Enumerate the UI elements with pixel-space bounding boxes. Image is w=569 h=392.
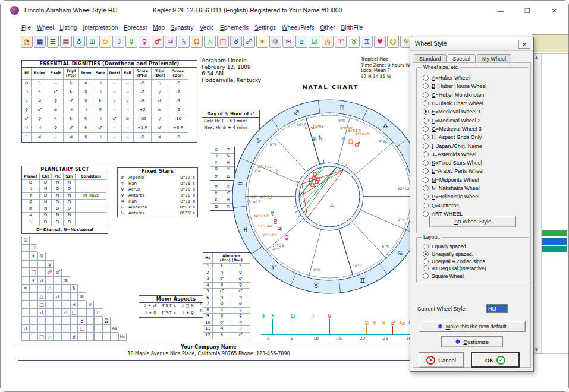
column-header: Plc (52, 173, 64, 180)
menu-item[interactable]: Ephemeris (217, 24, 252, 31)
wheel-style-option[interactable]: I=Japan./Chin. Name (423, 141, 529, 150)
dialog-close-icon[interactable]: ✕ (518, 40, 530, 49)
ok-button[interactable]: OK ✓ (471, 352, 520, 368)
wheel-style-option[interactable]: J=Asteroids Wheel (423, 150, 529, 159)
conjunction-glyph: ☌ (37, 276, 46, 284)
aspect-grid-planet: ☽ (30, 244, 38, 252)
minimize-button[interactable]: — (488, 1, 514, 21)
art-wheel-style-button[interactable]: Art Wheel Style (429, 216, 516, 227)
dialog-titlebar[interactable]: Wheel Style (410, 37, 533, 51)
menu-item[interactable]: Synastry (168, 24, 197, 31)
ok-icon: ✓ (496, 356, 505, 365)
dialog-tab[interactable]: Standard (414, 54, 447, 63)
globe-icon[interactable]: ♁ (73, 36, 85, 48)
conjunction-icon[interactable]: ☌ (230, 36, 242, 48)
wheel-style-option[interactable]: A=Huber Wheel (423, 74, 529, 82)
menu-item[interactable]: File (18, 24, 34, 31)
node-icon[interactable]: Ω (191, 36, 203, 48)
smiley-icon[interactable]: ☺ (387, 36, 399, 48)
moon-icon[interactable]: ☽ (112, 36, 124, 48)
wheel-style-option[interactable]: F=Medieval Wheel 2 (423, 116, 529, 124)
menu-item[interactable]: Vedic (197, 24, 217, 31)
map-icon[interactable]: ⊞ (86, 36, 98, 48)
menu-item[interactable]: Wheel/Prefs (279, 24, 317, 31)
menu-item[interactable]: Other (317, 24, 338, 31)
wheel-style-option[interactable]: K=Fixed Stars Wheel (423, 159, 529, 167)
opposition-icon[interactable]: ☍ (243, 36, 255, 48)
menu-item[interactable]: BirthFile (338, 24, 366, 31)
check-icon[interactable]: ☑ (309, 36, 320, 48)
sun-icon[interactable]: ⊙ (99, 36, 111, 48)
layout-option[interactable]: Unequal & Zodiac signs (423, 258, 529, 265)
wheel-style-option[interactable]: N=Nakshatra Wheel (423, 184, 529, 192)
menu-item[interactable]: Interpretation (80, 24, 121, 31)
wheel-style-option[interactable]: G=Medieval Wheel 3 (423, 125, 529, 133)
jupiter-icon[interactable]: ♃ (165, 36, 177, 48)
current-wheel-style-input[interactable] (486, 304, 508, 313)
menu-item[interactable]: Map (150, 24, 167, 31)
gear-icon[interactable]: ⚙ (269, 36, 281, 48)
wheel-style-option[interactable]: D=Blank Chart Wheel (423, 99, 529, 108)
table-cell: ⊙ (48, 106, 64, 115)
table-cell: ♄ (32, 80, 48, 88)
clock-icon[interactable]: ◷ (322, 36, 334, 48)
wheel-style-option[interactable]: L=Arabic Parts Wheel (423, 167, 529, 175)
table-cell: ♀ (93, 106, 108, 115)
close-button[interactable]: ✕ (541, 1, 567, 21)
table-row: ☽ ✶ ♀1°30' s☽ ✶ ♀8°27' a (139, 310, 213, 317)
cancel-button[interactable]: ✕ Cancel (419, 352, 464, 368)
menu-item[interactable]: Listing (56, 24, 80, 31)
aspect-grid-cell (30, 301, 38, 309)
gemini-icon[interactable]: ♊ (361, 36, 373, 48)
customize-button[interactable]: ✱ Customize (441, 336, 503, 347)
report-icon[interactable]: ▤ (60, 36, 72, 48)
make-default-button[interactable]: ✱ Make this the new default (419, 321, 526, 332)
wheel-style-option[interactable]: C=Huber Mondknoten (423, 91, 529, 99)
layout-option[interactable]: Unequally spaced. (423, 250, 529, 257)
radio-icon (423, 126, 429, 132)
aspect-grid-cell (54, 325, 62, 333)
mail-icon[interactable]: ✉ (282, 36, 294, 48)
saturn-icon[interactable]: ♄ (178, 36, 190, 48)
layout-option[interactable]: Square Wheel (423, 273, 529, 280)
menu-item[interactable]: Settings (252, 24, 279, 31)
home-icon[interactable]: ⌂ (295, 36, 307, 48)
table-cell: ♀ (210, 167, 222, 173)
svg-text:10°♊: 10°♊ (353, 264, 362, 268)
layout-option[interactable]: 90 Deg Dial (Interactive) (423, 265, 529, 272)
svg-text:♐: ♐ (293, 109, 299, 117)
grid-icon[interactable]: ▦ (34, 36, 46, 48)
aspect-grid-cell (86, 325, 95, 333)
venus-icon[interactable]: ♀ (139, 36, 150, 48)
aries-icon[interactable]: ♈ (335, 36, 347, 48)
button-label: Make this the new default (446, 324, 507, 330)
star-icon[interactable]: ✶ (256, 36, 268, 48)
wheel-style-option[interactable]: P=Hellenistic Wheel (423, 192, 529, 201)
menu-item[interactable]: Forecast (121, 24, 150, 31)
trine-icon[interactable]: △ (204, 36, 216, 48)
maximize-button[interactable]: ❐ (514, 1, 540, 21)
sect-legend: D=Diurnal, N=Nocturnal (22, 226, 108, 233)
chart-wheel-icon[interactable]: ◔ (21, 36, 33, 48)
mercury-icon[interactable]: ☿ (125, 36, 137, 48)
table-cell: ☿ (152, 115, 168, 124)
dialog-tab[interactable]: My Wheel (477, 54, 511, 63)
table-cell: ☿ (152, 88, 168, 97)
svg-text:23°♒27': 23°♒27' (251, 194, 266, 198)
list-icon[interactable]: ☰ (47, 36, 59, 48)
wheel-style-option[interactable]: E=Medieval Wheel 1 (423, 108, 529, 116)
decl-planet-glyph: ♄ (271, 313, 275, 319)
company-name: Your Company Name (1, 344, 417, 350)
square-aspect-icon[interactable]: □ (217, 36, 229, 48)
heart-icon[interactable]: ♥ (374, 36, 386, 48)
wheel-style-option[interactable]: M=Midpoints Wheel (423, 176, 529, 184)
mars-icon[interactable]: ♂ (152, 36, 164, 48)
taurus-icon[interactable]: ♉ (348, 36, 360, 48)
titlebar: Lincoln,Abraham Wheel Style HIJ Kepler 9… (1, 1, 568, 21)
wheel-style-option[interactable]: H=Aspect Grids Only (423, 133, 529, 141)
layout-option[interactable]: Equally spaced. (423, 243, 529, 250)
menu-item[interactable]: Wheel (34, 24, 56, 31)
wheel-style-option[interactable]: B=Huber House Wheel (423, 82, 529, 90)
table-row: ☽♄♂♄♀☽-----2☿-2 (22, 88, 197, 97)
wheel-style-option[interactable]: Q=Patterns (423, 201, 529, 209)
